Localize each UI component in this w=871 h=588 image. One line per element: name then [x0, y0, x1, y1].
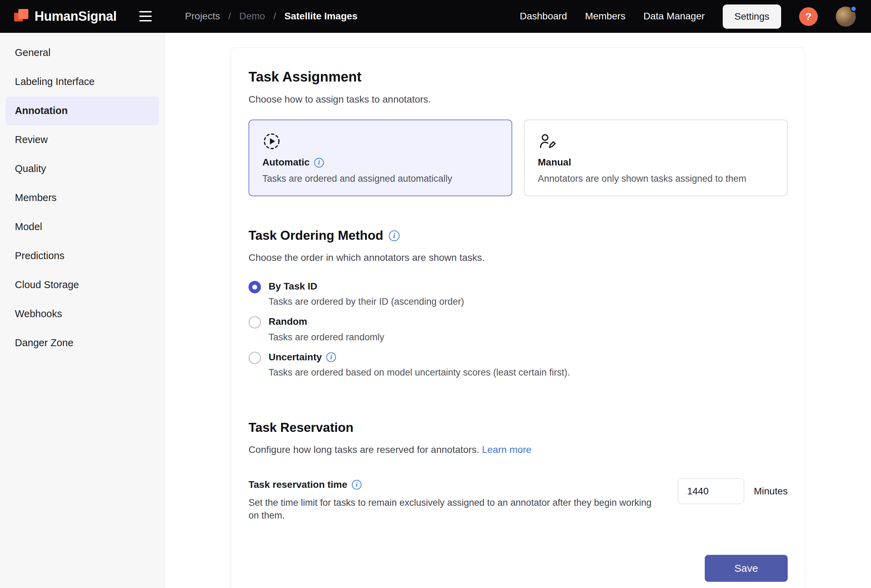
radio-random-text: Random Tasks are ordered randomly — [269, 315, 385, 343]
assignment-options: Automatic i Tasks are ordered and assign… — [248, 119, 788, 196]
task-assignment-subtitle: Choose how to assign tasks to annotators… — [248, 93, 788, 106]
manual-description: Annotators are only shown tasks assigned… — [538, 173, 774, 185]
sidebar-item-cloud-storage[interactable]: Cloud Storage — [6, 270, 159, 300]
nav-data-manager[interactable]: Data Manager — [643, 10, 704, 22]
uncertainty-label: Uncertainty — [269, 351, 322, 363]
sidebar-item-labeling-interface[interactable]: Labeling Interface — [6, 67, 159, 96]
radio-by-task-id-text: By Task ID Tasks are ordered by their ID… — [269, 280, 464, 308]
breadcrumb-demo[interactable]: Demo — [239, 10, 265, 22]
online-status-dot — [850, 6, 857, 12]
option-card-manual[interactable]: Manual Annotators are only shown tasks a… — [524, 119, 788, 196]
sidebar-item-general[interactable]: General — [6, 38, 159, 67]
task-ordering-subtitle: Choose the order in which annotators are… — [248, 252, 788, 264]
annotation-settings-card: Task Assignment Choose how to assign tas… — [230, 47, 805, 588]
reservation-time-info-icon[interactable]: i — [352, 480, 362, 490]
uncertainty-description: Tasks are ordered based on model uncerta… — [269, 367, 570, 379]
ordering-radio-group: By Task ID Tasks are ordered by their ID… — [248, 280, 788, 379]
automatic-play-icon — [262, 132, 498, 151]
reservation-input-group: Minutes — [678, 479, 788, 504]
breadcrumb: Projects / Demo / Satellite Images — [185, 10, 358, 22]
humansignal-logo-icon — [14, 7, 30, 25]
sidebar-item-predictions[interactable]: Predictions — [6, 242, 159, 270]
save-button[interactable]: Save — [705, 555, 788, 582]
manual-user-edit-icon — [538, 132, 774, 151]
nav-members[interactable]: Members — [585, 10, 626, 22]
task-ordering-info-icon[interactable]: i — [389, 230, 400, 241]
breadcrumb-projects[interactable]: Projects — [185, 10, 220, 22]
random-label: Random — [269, 315, 385, 328]
radio-row-random[interactable]: Random Tasks are ordered randomly — [248, 315, 788, 343]
manual-label-row: Manual — [538, 156, 774, 169]
option-card-automatic[interactable]: Automatic i Tasks are ordered and assign… — [248, 119, 512, 196]
humansignal-logo[interactable]: HumanSignal — [14, 7, 117, 25]
sidebar-item-members[interactable]: Members — [6, 184, 159, 212]
body-row: General Labeling Interface Annotation Re… — [0, 33, 871, 588]
radio-uncertainty-text: Uncertainty i Tasks are ordered based on… — [269, 351, 570, 379]
task-ordering-title-row: Task Ordering Method i — [248, 227, 788, 244]
settings-sidebar: General Labeling Interface Annotation Re… — [0, 33, 165, 588]
task-reservation-subtitle-text: Configure how long tasks are reserved fo… — [248, 444, 479, 455]
manual-label: Manual — [538, 156, 571, 169]
minutes-unit-label: Minutes — [754, 485, 788, 497]
reservation-time-input[interactable] — [678, 479, 744, 504]
radio-uncertainty[interactable] — [248, 352, 261, 364]
radio-row-by-task-id[interactable]: By Task ID Tasks are ordered by their ID… — [248, 280, 788, 308]
task-reservation-subtitle: Configure how long tasks are reserved fo… — [248, 443, 788, 456]
automatic-label-row: Automatic i — [262, 156, 498, 169]
reservation-time-label: Task reservation time — [248, 479, 347, 491]
automatic-label: Automatic — [262, 156, 310, 169]
breadcrumb-current-page: Satellite Images — [284, 10, 358, 22]
random-description: Tasks are ordered randomly — [269, 331, 385, 343]
topbar-left: HumanSignal Projects / Demo / Satellite … — [14, 7, 358, 25]
sidebar-item-model[interactable]: Model — [6, 212, 159, 242]
reservation-label-row: Task reservation time i — [248, 479, 656, 491]
task-assignment-title: Task Assignment — [248, 68, 788, 86]
automatic-info-icon[interactable]: i — [314, 158, 324, 167]
radio-by-task-id[interactable] — [248, 281, 261, 293]
topbar-right: Dashboard Members Data Manager Settings … — [520, 4, 856, 29]
task-ordering-title: Task Ordering Method — [248, 227, 383, 244]
radio-random[interactable] — [248, 316, 261, 328]
uncertainty-label-row: Uncertainty i — [269, 351, 570, 363]
sidebar-item-annotation[interactable]: Annotation — [6, 96, 159, 125]
task-reservation-title: Task Reservation — [248, 419, 788, 436]
save-row: Save — [248, 555, 788, 582]
breadcrumb-separator: / — [228, 10, 231, 22]
sidebar-item-danger-zone[interactable]: Danger Zone — [6, 328, 159, 358]
logo-text: HumanSignal — [34, 8, 117, 25]
radio-row-uncertainty[interactable]: Uncertainty i Tasks are ordered based on… — [248, 351, 788, 379]
main-content: Task Assignment Choose how to assign tas… — [165, 33, 871, 588]
avatar[interactable] — [836, 7, 856, 27]
by-task-id-label: By Task ID — [269, 280, 464, 293]
uncertainty-info-icon[interactable]: i — [326, 352, 336, 362]
by-task-id-description: Tasks are ordered by their ID (ascending… — [269, 296, 464, 308]
topbar: HumanSignal Projects / Demo / Satellite … — [0, 0, 871, 33]
help-button[interactable]: ? — [799, 7, 818, 26]
reservation-row: Task reservation time i Set the time lim… — [248, 479, 788, 522]
reservation-time-description: Set the time limit for tasks to remain e… — [248, 497, 656, 522]
reservation-field-info: Task reservation time i Set the time lim… — [248, 479, 656, 522]
app-root: HumanSignal Projects / Demo / Satellite … — [0, 0, 871, 588]
learn-more-link[interactable]: Learn more — [482, 444, 531, 455]
sidebar-item-quality[interactable]: Quality — [6, 154, 159, 184]
settings-button[interactable]: Settings — [723, 4, 781, 29]
sidebar-item-review[interactable]: Review — [6, 125, 159, 154]
question-mark-icon: ? — [805, 11, 811, 22]
breadcrumb-separator: / — [273, 10, 276, 22]
hamburger-menu-icon[interactable] — [136, 8, 154, 24]
sidebar-item-webhooks[interactable]: Webhooks — [6, 300, 159, 328]
nav-dashboard[interactable]: Dashboard — [520, 10, 567, 22]
automatic-description: Tasks are ordered and assigned automatic… — [262, 173, 498, 185]
